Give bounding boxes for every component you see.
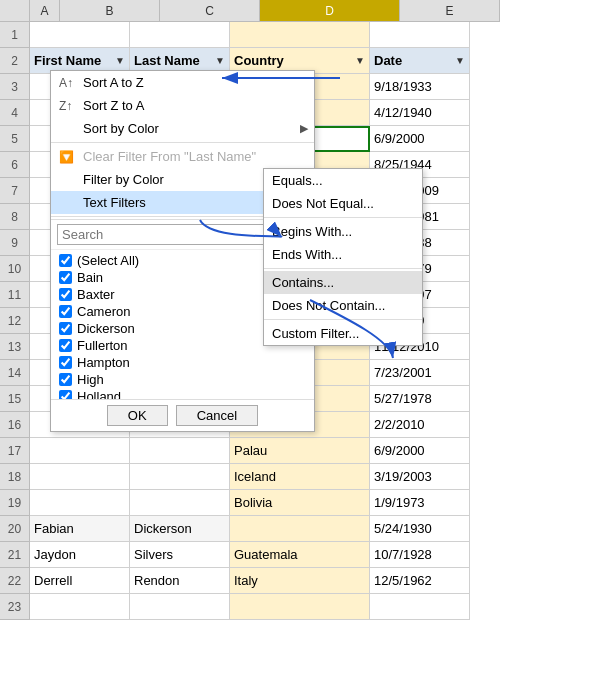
checkbox-bain-label: Bain <box>77 270 103 285</box>
row-num-20: 20 <box>0 516 30 542</box>
cell-b19[interactable] <box>30 490 130 516</box>
row-num-7: 7 <box>0 178 30 204</box>
ok-button[interactable]: OK <box>107 405 168 426</box>
row-num-22: 22 <box>0 568 30 594</box>
cell-d22[interactable]: Italy <box>230 568 370 594</box>
cell-d1[interactable] <box>230 22 370 48</box>
sort-by-color-item[interactable]: Sort by Color ▶ <box>51 117 314 140</box>
cell-e17[interactable]: 6/9/2000 <box>370 438 470 464</box>
checkbox-holland[interactable]: Holland <box>57 388 308 399</box>
cell-c20[interactable]: Dickerson <box>130 516 230 542</box>
cell-e18[interactable]: 3/19/2003 <box>370 464 470 490</box>
cell-d20[interactable] <box>230 516 370 542</box>
custom-filter-item[interactable]: Custom Filter... <box>264 322 422 345</box>
cell-d18[interactable]: Iceland <box>230 464 370 490</box>
checkbox-select-all-input[interactable] <box>59 254 72 267</box>
cell-d23[interactable] <box>230 594 370 620</box>
cell-c17[interactable] <box>130 438 230 464</box>
date-dropdown-icon[interactable]: ▼ <box>455 48 465 74</box>
ends-with-item[interactable]: Ends With... <box>264 243 422 266</box>
row-num-21: 21 <box>0 542 30 568</box>
cell-b17[interactable] <box>30 438 130 464</box>
cell-c1[interactable] <box>130 22 230 48</box>
col-header-e: E <box>400 0 500 22</box>
cell-e3[interactable]: 9/18/1933 <box>370 74 470 100</box>
cell-e5[interactable]: 6/9/2000 <box>370 126 470 152</box>
cell-e19[interactable]: 1/9/1973 <box>370 490 470 516</box>
cell-c22[interactable]: Rendon <box>130 568 230 594</box>
cell-e16[interactable]: 2/2/2010 <box>370 412 470 438</box>
cancel-button[interactable]: Cancel <box>176 405 258 426</box>
checkbox-bain-input[interactable] <box>59 271 72 284</box>
checkbox-hampton[interactable]: Hampton <box>57 354 308 371</box>
spreadsheet: A B C D E 1 2 First Name ▼ Last Name ▼ <box>0 0 598 679</box>
row-num-15: 15 <box>0 386 30 412</box>
sort-a-to-z-item[interactable]: A↑ Sort A to Z <box>51 71 314 94</box>
checkbox-cameron-label: Cameron <box>77 304 130 319</box>
cell-b23[interactable] <box>30 594 130 620</box>
cell-d19[interactable]: Bolivia <box>230 490 370 516</box>
cell-e21[interactable]: 10/7/1928 <box>370 542 470 568</box>
cell-c18[interactable] <box>130 464 230 490</box>
row-num-12: 12 <box>0 308 30 334</box>
row-num-11: 11 <box>0 282 30 308</box>
cell-e1[interactable] <box>370 22 470 48</box>
begins-with-item[interactable]: Begins With... <box>264 220 422 243</box>
search-input[interactable] <box>62 227 288 242</box>
does-not-equal-item[interactable]: Does Not Equal... <box>264 192 422 215</box>
clear-filter-item[interactable]: 🔽 Clear Filter From "Last Name" <box>51 145 314 168</box>
cell-b1[interactable] <box>30 22 130 48</box>
cell-e15[interactable]: 5/27/1978 <box>370 386 470 412</box>
country-dropdown-icon[interactable]: ▼ <box>355 48 365 74</box>
cell-e20[interactable]: 5/24/1930 <box>370 516 470 542</box>
row-num-13: 13 <box>0 334 30 360</box>
row-num-5: 5 <box>0 126 30 152</box>
checkbox-hampton-input[interactable] <box>59 356 72 369</box>
row-num-2: 2 <box>0 48 30 74</box>
checkbox-high-input[interactable] <box>59 373 72 386</box>
row-num-16: 16 <box>0 412 30 438</box>
contains-item[interactable]: Contains... <box>264 271 422 294</box>
row-num-1: 1 <box>0 22 30 48</box>
checkbox-cameron-input[interactable] <box>59 305 72 318</box>
table-row: 18 Iceland 3/19/2003 <box>0 464 598 490</box>
cell-c21[interactable]: Silvers <box>130 542 230 568</box>
cell-e23[interactable] <box>370 594 470 620</box>
cell-c19[interactable] <box>130 490 230 516</box>
equals-label: Equals... <box>272 173 323 188</box>
equals-item[interactable]: Equals... <box>264 169 422 192</box>
sort-color-submenu-arrow: ▶ <box>300 122 308 135</box>
checkbox-dickerson-input[interactable] <box>59 322 72 335</box>
cell-d17[interactable]: Palau <box>230 438 370 464</box>
table-row: 19 Bolivia 1/9/1973 <box>0 490 598 516</box>
row-num-3: 3 <box>0 74 30 100</box>
cell-b20[interactable]: Fabian <box>30 516 130 542</box>
checkbox-hampton-label: Hampton <box>77 355 130 370</box>
checkbox-high[interactable]: High <box>57 371 308 388</box>
cell-c23[interactable] <box>130 594 230 620</box>
row-num-8: 8 <box>0 204 30 230</box>
cell-e22[interactable]: 12/5/1962 <box>370 568 470 594</box>
header-date[interactable]: Date ▼ <box>370 48 470 74</box>
text-filters-label: Text Filters <box>83 195 146 210</box>
row-num-6: 6 <box>0 152 30 178</box>
checkbox-fullerton-input[interactable] <box>59 339 72 352</box>
does-not-contain-item[interactable]: Does Not Contain... <box>264 294 422 317</box>
submenu-divider-2 <box>264 268 422 269</box>
checkbox-baxter-input[interactable] <box>59 288 72 301</box>
sort-z-to-a-item[interactable]: Z↑ Sort Z to A <box>51 94 314 117</box>
cell-d21[interactable]: Guatemala <box>230 542 370 568</box>
checkbox-holland-input[interactable] <box>59 390 72 399</box>
row-num-9: 9 <box>0 230 30 256</box>
does-not-contain-label: Does Not Contain... <box>272 298 385 313</box>
cell-e4[interactable]: 4/12/1940 <box>370 100 470 126</box>
menu-divider-1 <box>51 142 314 143</box>
cell-b21[interactable]: Jaydon <box>30 542 130 568</box>
cell-b18[interactable] <box>30 464 130 490</box>
contains-label: Contains... <box>272 275 334 290</box>
checkbox-holland-label: Holland <box>77 389 121 399</box>
col-header-c: C <box>160 0 260 22</box>
clear-filter-icon: 🔽 <box>59 150 79 164</box>
cell-e14[interactable]: 7/23/2001 <box>370 360 470 386</box>
cell-b22[interactable]: Derrell <box>30 568 130 594</box>
